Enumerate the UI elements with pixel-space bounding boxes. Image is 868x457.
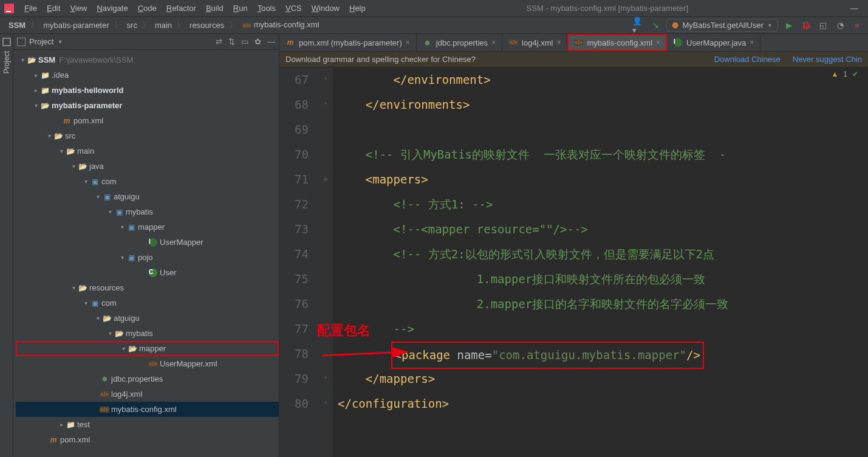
project-view-icon[interactable] (17, 38, 26, 46)
tree-item-mybatis[interactable]: ▾mybatis (16, 204, 279, 219)
tree-item-src[interactable]: ▾src (16, 128, 279, 143)
select-opened-file-icon[interactable]: ⇄ (216, 37, 222, 46)
tree-item-log4j[interactable]: log4j.xml (16, 387, 279, 402)
app-logo-icon (4, 3, 15, 14)
xml-file-icon (100, 405, 109, 414)
editor-tab[interactable]: log4j.xml× (502, 34, 567, 51)
menu-vcs[interactable]: VCS (281, 2, 307, 14)
breadcrumb-item[interactable]: main (151, 19, 176, 31)
tree-item-resources[interactable]: ▾resources (16, 280, 279, 295)
run-button[interactable]: ▶ (783, 19, 795, 32)
menu-refactor[interactable]: Refactor (162, 2, 201, 14)
tree-item-jdbc[interactable]: jdbc.properties (16, 371, 279, 387)
tab-label: UserMapper.java (686, 38, 746, 47)
close-tab-icon[interactable]: × (656, 38, 660, 47)
close-tab-icon[interactable]: × (406, 38, 410, 47)
stop-button[interactable]: ■ (851, 19, 863, 32)
menu-bar: FileEditViewNavigateCodeRefactorBuildRun… (0, 0, 868, 17)
code-editor[interactable]: ▲ 1 ✔ 配置包名 6768697071727374757677787980 … (279, 67, 868, 457)
tree-item-user[interactable]: User (16, 265, 279, 280)
annotation-label: 配置包名 (317, 321, 371, 340)
close-tab-icon[interactable]: × (556, 38, 561, 47)
tree-item-mapper[interactable]: ▾mapper (16, 219, 279, 235)
editor-tab[interactable]: mybatis-config.xml× (567, 34, 667, 51)
breadcrumb-item[interactable]: mybatis-parameter (39, 19, 112, 31)
tree-item-r-com[interactable]: ▾com (16, 295, 279, 311)
warning-icon: ▲ (831, 70, 838, 78)
line-gutter[interactable]: 6768697071727374757677787980 (279, 67, 318, 457)
project-tool-label[interactable]: Project (2, 49, 11, 76)
build-hammer-icon[interactable]: ↘ (649, 19, 661, 32)
fold-gutter[interactable]: ⌃⌃⊖⌃⌃ (318, 67, 333, 457)
tree-item-com[interactable]: ▾com (16, 174, 279, 189)
download-link[interactable]: Download Chinese (708, 55, 787, 64)
xml-file-icon (100, 390, 109, 399)
tree-item-r-atguigu[interactable]: ▾atguigu (16, 311, 279, 326)
tree-item-java[interactable]: ▾java (16, 159, 279, 174)
hide-panel-icon[interactable]: — (267, 37, 275, 46)
project-panel-title: Project (29, 37, 53, 46)
tree-item-idea[interactable]: ▸.idea (16, 67, 279, 83)
chevron-down-icon[interactable]: ▼ (57, 39, 63, 45)
run-config-selector[interactable]: ⬣ MyBatisTest.getAllUser ▼ (666, 19, 778, 32)
editor-tab[interactable]: jdbc.properties× (417, 34, 502, 51)
inspection-badge[interactable]: ▲ 1 ✔ (831, 70, 858, 78)
tree-item-pom-param[interactable]: pom.xml (16, 113, 279, 128)
tree-item-main[interactable]: ▾main (16, 143, 279, 159)
breadcrumb-item[interactable]: mybatis-config.xml (238, 19, 323, 32)
tree-item-helloworld[interactable]: ▸mybatis-helloworld (16, 83, 279, 98)
tree-item-r-mybatis[interactable]: ▾mybatis (16, 326, 279, 341)
tree-item-pom-root[interactable]: pom.xml (16, 432, 279, 447)
folder-icon (66, 420, 75, 430)
tree-item-r-mapper[interactable]: ▾mapper (16, 341, 279, 356)
coverage-button[interactable]: ◱ (817, 19, 829, 32)
settings-gear-icon[interactable]: ✿ (255, 37, 261, 46)
file-type-icon (423, 38, 432, 47)
menu-tools[interactable]: Tools (253, 2, 281, 14)
menu-view[interactable]: View (65, 2, 92, 14)
window-title: SSM - mybatis-config.xml [mybatis-parame… (372, 4, 843, 13)
menu-build[interactable]: Build (201, 2, 228, 14)
menu-code[interactable]: Code (133, 2, 162, 14)
breadcrumb-item[interactable]: resources (186, 19, 228, 31)
tree-item-test[interactable]: ▸test (16, 417, 279, 432)
menu-help[interactable]: Help (344, 2, 371, 14)
breadcrumb-item[interactable]: SSM (5, 19, 29, 31)
menu-file[interactable]: File (19, 2, 42, 14)
menu-run[interactable]: Run (228, 2, 253, 14)
tree-item-usermapper-xml[interactable]: UserMapper.xml (16, 356, 279, 371)
close-tab-icon[interactable]: × (491, 38, 496, 47)
folder-icon (40, 86, 50, 95)
breadcrumb-item[interactable]: src (123, 19, 141, 31)
menu-edit[interactable]: Edit (42, 2, 65, 14)
menu-navigate[interactable]: Navigate (92, 2, 132, 14)
file-type-icon (285, 38, 295, 47)
window-minimize-button[interactable]: — (844, 4, 864, 13)
tree-item-pojo[interactable]: ▾pojo (16, 250, 279, 265)
editor-tab[interactable]: UserMapper.java× (667, 34, 760, 51)
tree-item-mybatis-config[interactable]: mybatis-config.xml (16, 402, 279, 417)
run-config-icon: ⬣ (672, 21, 678, 30)
project-tree[interactable]: ▾SSMF:\javawebwork\SSM ▸.idea ▸mybatis-h… (13, 50, 279, 457)
xml-file-icon (148, 359, 158, 369)
tree-item-atguigu[interactable]: ▾atguigu (16, 189, 279, 204)
project-tool-icon[interactable] (2, 38, 11, 46)
package-icon (90, 298, 100, 308)
package-icon (114, 207, 124, 217)
tree-item-usermapper[interactable]: UserMapper (16, 235, 279, 250)
tree-root[interactable]: ▾SSMF:\javawebwork\SSM (16, 52, 279, 67)
module-icon (27, 55, 36, 65)
add-user-icon[interactable]: 👤▾ (632, 19, 644, 32)
profiler-button[interactable]: ◔ (834, 19, 846, 32)
collapse-all-icon[interactable]: ▭ (241, 37, 248, 46)
expand-all-icon[interactable]: ⇅ (228, 37, 235, 46)
close-tab-icon[interactable]: × (750, 38, 754, 47)
properties-file-icon (100, 374, 109, 384)
debug-button[interactable]: 🐞 (800, 19, 812, 32)
folder-icon (53, 131, 63, 141)
menu-window[interactable]: Window (307, 2, 344, 14)
code-content[interactable]: </environment> </environments> <!-- 引入My… (333, 67, 868, 457)
never-suggest-link[interactable]: Never suggest Chin (787, 55, 862, 64)
tree-item-parameter[interactable]: ▾mybatis-parameter (16, 98, 279, 113)
editor-tab[interactable]: pom.xml (mybatis-parameter)× (279, 34, 417, 51)
